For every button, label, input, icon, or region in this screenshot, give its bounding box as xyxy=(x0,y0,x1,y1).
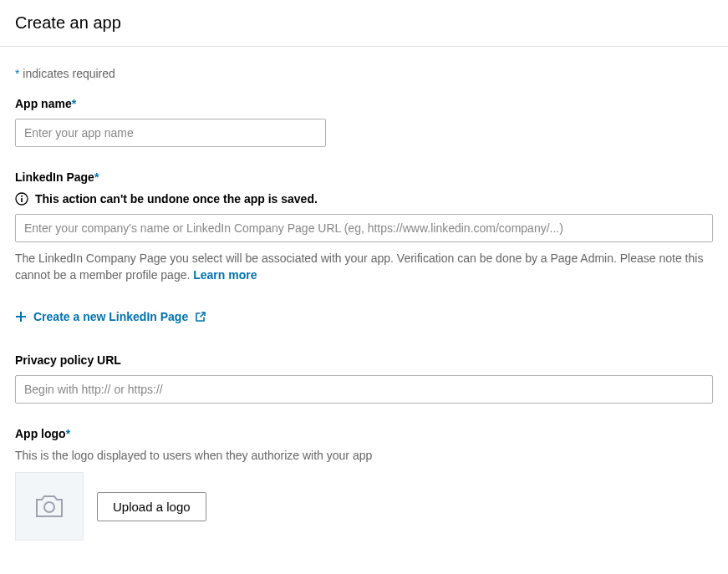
svg-line-5 xyxy=(201,312,206,317)
external-link-icon xyxy=(195,311,206,323)
app-logo-label: App logo* xyxy=(15,427,713,440)
create-linkedin-page-text: Create a new LinkedIn Page xyxy=(33,310,188,323)
app-name-label: App name* xyxy=(15,97,713,110)
logo-upload-row: Upload a logo xyxy=(15,472,713,541)
camera-icon xyxy=(34,494,64,519)
app-logo-subtext: This is the logo displayed to users when… xyxy=(15,449,713,462)
svg-point-1 xyxy=(21,196,23,197)
page-title: Create an app xyxy=(15,13,713,33)
privacy-policy-section: Privacy policy URL xyxy=(15,353,713,404)
app-name-input[interactable] xyxy=(15,119,326,147)
svg-rect-4 xyxy=(16,316,26,317)
linkedin-page-helper: The LinkedIn Company Page you select wil… xyxy=(15,251,713,283)
upload-logo-button[interactable]: Upload a logo xyxy=(97,492,206,521)
required-asterisk: * xyxy=(72,97,76,110)
create-linkedin-page-link[interactable]: Create a new LinkedIn Page xyxy=(15,310,206,323)
linkedin-page-input[interactable] xyxy=(15,214,713,242)
app-logo-section: App logo* This is the logo displayed to … xyxy=(15,427,713,541)
svg-rect-2 xyxy=(21,198,23,202)
privacy-policy-input[interactable] xyxy=(15,375,713,404)
app-name-section: App name* xyxy=(15,97,713,147)
privacy-policy-label-text: Privacy policy URL xyxy=(15,353,121,367)
logo-placeholder[interactable] xyxy=(15,472,84,541)
app-logo-label-text: App logo xyxy=(15,427,66,440)
learn-more-link[interactable]: Learn more xyxy=(193,268,257,282)
linkedin-page-label-text: LinkedIn Page xyxy=(15,170,94,184)
svg-point-6 xyxy=(44,502,54,512)
app-name-label-text: App name xyxy=(15,97,72,110)
linkedin-page-warning-text: This action can't be undone once the app… xyxy=(35,192,318,206)
form-content: * indicates required App name* LinkedIn … xyxy=(0,47,728,574)
privacy-policy-label: Privacy policy URL xyxy=(15,353,713,367)
linkedin-page-helper-text: The LinkedIn Company Page you select wil… xyxy=(15,251,703,282)
linkedin-page-section: LinkedIn Page* This action can't be undo… xyxy=(15,170,713,330)
linkedin-page-warning: This action can't be undone once the app… xyxy=(15,192,713,206)
required-asterisk: * xyxy=(94,170,99,184)
required-note-text: indicates required xyxy=(19,67,115,80)
required-asterisk: * xyxy=(66,427,70,440)
info-icon xyxy=(15,192,28,206)
page-header: Create an app xyxy=(0,0,728,47)
linkedin-page-label: LinkedIn Page* xyxy=(15,170,713,184)
plus-icon xyxy=(15,311,27,323)
required-indicator-note: * indicates required xyxy=(15,67,713,80)
